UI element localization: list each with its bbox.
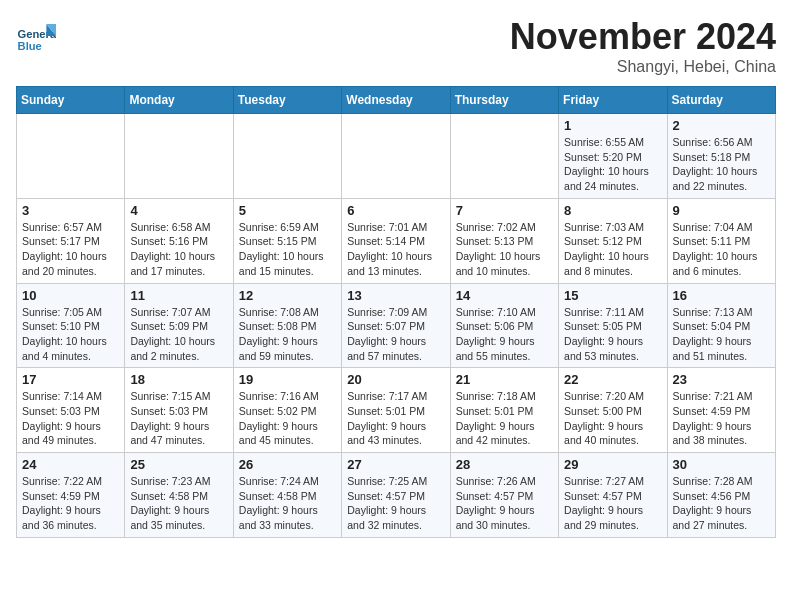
day-number: 28 [456,457,553,472]
title-block: November 2024 Shangyi, Hebei, China [510,16,776,76]
calendar-cell [233,114,341,199]
day-number: 23 [673,372,770,387]
calendar-cell: 4Sunrise: 6:58 AM Sunset: 5:16 PM Daylig… [125,198,233,283]
day-number: 2 [673,118,770,133]
day-number: 12 [239,288,336,303]
logo-icon: General Blue [16,16,56,56]
page-header: General Blue November 2024 Shangyi, Hebe… [16,16,776,76]
day-number: 6 [347,203,444,218]
day-number: 1 [564,118,661,133]
calendar-cell: 19Sunrise: 7:16 AM Sunset: 5:02 PM Dayli… [233,368,341,453]
svg-text:Blue: Blue [18,40,42,52]
calendar-cell: 13Sunrise: 7:09 AM Sunset: 5:07 PM Dayli… [342,283,450,368]
day-info: Sunrise: 7:13 AM Sunset: 5:04 PM Dayligh… [673,305,770,364]
calendar-cell: 18Sunrise: 7:15 AM Sunset: 5:03 PM Dayli… [125,368,233,453]
weekday-header-wednesday: Wednesday [342,87,450,114]
day-info: Sunrise: 7:09 AM Sunset: 5:07 PM Dayligh… [347,305,444,364]
calendar-cell [125,114,233,199]
day-info: Sunrise: 7:15 AM Sunset: 5:03 PM Dayligh… [130,389,227,448]
day-number: 3 [22,203,119,218]
weekday-header-monday: Monday [125,87,233,114]
day-number: 10 [22,288,119,303]
day-info: Sunrise: 7:27 AM Sunset: 4:57 PM Dayligh… [564,474,661,533]
day-number: 20 [347,372,444,387]
calendar-cell: 14Sunrise: 7:10 AM Sunset: 5:06 PM Dayli… [450,283,558,368]
day-info: Sunrise: 6:59 AM Sunset: 5:15 PM Dayligh… [239,220,336,279]
day-number: 18 [130,372,227,387]
location-subtitle: Shangyi, Hebei, China [510,58,776,76]
calendar-cell [17,114,125,199]
weekday-header-sunday: Sunday [17,87,125,114]
calendar-cell: 9Sunrise: 7:04 AM Sunset: 5:11 PM Daylig… [667,198,775,283]
day-number: 4 [130,203,227,218]
day-number: 7 [456,203,553,218]
calendar-cell: 7Sunrise: 7:02 AM Sunset: 5:13 PM Daylig… [450,198,558,283]
day-info: Sunrise: 7:28 AM Sunset: 4:56 PM Dayligh… [673,474,770,533]
calendar-week-3: 10Sunrise: 7:05 AM Sunset: 5:10 PM Dayli… [17,283,776,368]
day-info: Sunrise: 7:07 AM Sunset: 5:09 PM Dayligh… [130,305,227,364]
day-info: Sunrise: 6:57 AM Sunset: 5:17 PM Dayligh… [22,220,119,279]
day-info: Sunrise: 7:25 AM Sunset: 4:57 PM Dayligh… [347,474,444,533]
day-info: Sunrise: 7:22 AM Sunset: 4:59 PM Dayligh… [22,474,119,533]
day-info: Sunrise: 7:21 AM Sunset: 4:59 PM Dayligh… [673,389,770,448]
calendar-week-5: 24Sunrise: 7:22 AM Sunset: 4:59 PM Dayli… [17,453,776,538]
day-info: Sunrise: 6:55 AM Sunset: 5:20 PM Dayligh… [564,135,661,194]
weekday-header-friday: Friday [559,87,667,114]
calendar-cell: 30Sunrise: 7:28 AM Sunset: 4:56 PM Dayli… [667,453,775,538]
day-number: 9 [673,203,770,218]
day-number: 17 [22,372,119,387]
day-number: 13 [347,288,444,303]
day-info: Sunrise: 7:18 AM Sunset: 5:01 PM Dayligh… [456,389,553,448]
day-info: Sunrise: 7:04 AM Sunset: 5:11 PM Dayligh… [673,220,770,279]
calendar-cell: 21Sunrise: 7:18 AM Sunset: 5:01 PM Dayli… [450,368,558,453]
day-info: Sunrise: 7:20 AM Sunset: 5:00 PM Dayligh… [564,389,661,448]
calendar-cell: 10Sunrise: 7:05 AM Sunset: 5:10 PM Dayli… [17,283,125,368]
day-info: Sunrise: 7:02 AM Sunset: 5:13 PM Dayligh… [456,220,553,279]
calendar-cell: 8Sunrise: 7:03 AM Sunset: 5:12 PM Daylig… [559,198,667,283]
day-info: Sunrise: 7:01 AM Sunset: 5:14 PM Dayligh… [347,220,444,279]
calendar-cell: 29Sunrise: 7:27 AM Sunset: 4:57 PM Dayli… [559,453,667,538]
calendar-cell: 16Sunrise: 7:13 AM Sunset: 5:04 PM Dayli… [667,283,775,368]
calendar-cell [450,114,558,199]
calendar-cell: 15Sunrise: 7:11 AM Sunset: 5:05 PM Dayli… [559,283,667,368]
day-number: 24 [22,457,119,472]
day-info: Sunrise: 7:23 AM Sunset: 4:58 PM Dayligh… [130,474,227,533]
calendar-cell: 12Sunrise: 7:08 AM Sunset: 5:08 PM Dayli… [233,283,341,368]
calendar-cell: 3Sunrise: 6:57 AM Sunset: 5:17 PM Daylig… [17,198,125,283]
calendar-cell: 22Sunrise: 7:20 AM Sunset: 5:00 PM Dayli… [559,368,667,453]
calendar-cell: 26Sunrise: 7:24 AM Sunset: 4:58 PM Dayli… [233,453,341,538]
calendar-cell: 20Sunrise: 7:17 AM Sunset: 5:01 PM Dayli… [342,368,450,453]
day-info: Sunrise: 7:03 AM Sunset: 5:12 PM Dayligh… [564,220,661,279]
calendar-cell: 28Sunrise: 7:26 AM Sunset: 4:57 PM Dayli… [450,453,558,538]
day-number: 30 [673,457,770,472]
calendar-header: SundayMondayTuesdayWednesdayThursdayFrid… [17,87,776,114]
day-info: Sunrise: 6:58 AM Sunset: 5:16 PM Dayligh… [130,220,227,279]
weekday-header-saturday: Saturday [667,87,775,114]
day-number: 14 [456,288,553,303]
day-number: 15 [564,288,661,303]
day-number: 16 [673,288,770,303]
day-info: Sunrise: 7:17 AM Sunset: 5:01 PM Dayligh… [347,389,444,448]
calendar-week-1: 1Sunrise: 6:55 AM Sunset: 5:20 PM Daylig… [17,114,776,199]
calendar-cell [342,114,450,199]
calendar-cell: 6Sunrise: 7:01 AM Sunset: 5:14 PM Daylig… [342,198,450,283]
day-number: 29 [564,457,661,472]
day-info: Sunrise: 6:56 AM Sunset: 5:18 PM Dayligh… [673,135,770,194]
calendar-body: 1Sunrise: 6:55 AM Sunset: 5:20 PM Daylig… [17,114,776,538]
day-info: Sunrise: 7:10 AM Sunset: 5:06 PM Dayligh… [456,305,553,364]
day-info: Sunrise: 7:14 AM Sunset: 5:03 PM Dayligh… [22,389,119,448]
calendar-week-4: 17Sunrise: 7:14 AM Sunset: 5:03 PM Dayli… [17,368,776,453]
day-info: Sunrise: 7:11 AM Sunset: 5:05 PM Dayligh… [564,305,661,364]
day-number: 11 [130,288,227,303]
calendar-week-2: 3Sunrise: 6:57 AM Sunset: 5:17 PM Daylig… [17,198,776,283]
weekday-header-thursday: Thursday [450,87,558,114]
calendar-cell: 1Sunrise: 6:55 AM Sunset: 5:20 PM Daylig… [559,114,667,199]
calendar-cell: 24Sunrise: 7:22 AM Sunset: 4:59 PM Dayli… [17,453,125,538]
weekday-header-tuesday: Tuesday [233,87,341,114]
day-info: Sunrise: 7:08 AM Sunset: 5:08 PM Dayligh… [239,305,336,364]
weekday-header-row: SundayMondayTuesdayWednesdayThursdayFrid… [17,87,776,114]
calendar-cell: 2Sunrise: 6:56 AM Sunset: 5:18 PM Daylig… [667,114,775,199]
calendar-cell: 27Sunrise: 7:25 AM Sunset: 4:57 PM Dayli… [342,453,450,538]
day-number: 22 [564,372,661,387]
day-number: 19 [239,372,336,387]
